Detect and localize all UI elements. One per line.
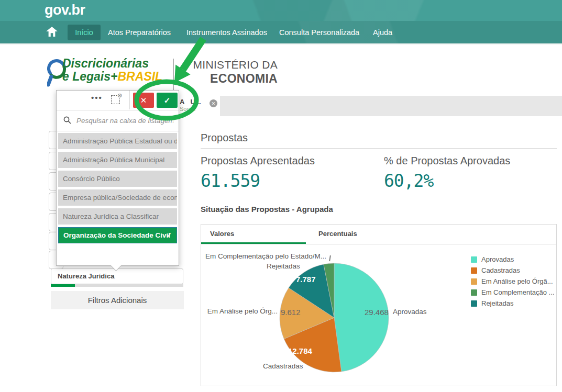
confirm-selection-button[interactable]: ✓ xyxy=(157,93,178,108)
toolbar-divider xyxy=(129,91,130,109)
chart-legend: Aprovadas Cadastradas Em Análise pelo Ór… xyxy=(471,254,554,309)
nav-item-consulta-personalizada[interactable]: Consulta Personalizada xyxy=(279,28,359,37)
pie-value-cadastradas: 12.784 xyxy=(288,346,312,355)
nav-item-ajuda[interactable]: Ajuda xyxy=(373,28,392,37)
pie-label-aprovadas: Aprovadas xyxy=(393,308,427,316)
program-logo: Discricionárias e Legais+BRASIL xyxy=(62,57,162,83)
legend-item: Cadastradas xyxy=(471,265,554,276)
clear-selection-icon[interactable]: ⊗ xyxy=(111,95,120,104)
ministry-line2: ECONOMIA xyxy=(183,72,278,85)
pie-value-aprovadas: 29.468 xyxy=(365,308,389,317)
logo-divider xyxy=(173,59,174,90)
program-logo-plus: + xyxy=(111,70,117,83)
pie-label-em-analise: Em Análise pelo Órg... xyxy=(204,307,278,315)
tab-valores[interactable]: Valores xyxy=(201,225,306,244)
list-item[interactable]: Administração Pública Municipal xyxy=(58,152,177,168)
legend-swatch-aprovadas xyxy=(471,256,477,263)
selected-check-icon: ✓ xyxy=(166,228,172,243)
selections-bar xyxy=(178,96,562,116)
list-item[interactable]: Consórcio Público xyxy=(58,171,177,187)
pie-slice-aprovadas[interactable] xyxy=(334,263,389,372)
app-window: gov.br Início Atos Preparatórios Instrum… xyxy=(0,0,562,392)
legend-swatch-rejeitadas xyxy=(471,300,477,307)
selection-progress xyxy=(51,284,183,287)
list-item[interactable]: Administração Pública Estadual ou do ... xyxy=(58,133,177,149)
pie-value-em-analise: 9.612 xyxy=(281,308,301,317)
filter-listbox-popup: ••• ⊗ ✕ ✓ Administração Pública Estadual… xyxy=(56,90,179,266)
additional-filters-button[interactable]: Filtros Adicionais xyxy=(51,291,184,309)
nav-item-instrumentos-assinados[interactable]: Instrumentos Assinados xyxy=(186,28,267,37)
nav-item-label: Início xyxy=(75,28,93,37)
popup-toolbar: ••• ⊗ ✕ ✓ xyxy=(57,91,179,110)
list-item-label: Organização da Sociedade Civil xyxy=(63,231,170,239)
legend-item: Rejeitadas xyxy=(471,298,554,309)
page-title: Propostas xyxy=(201,132,248,144)
list-item[interactable]: Empresa pública/Sociedade de econo... xyxy=(58,189,177,206)
selection-chip[interactable]: AU... Soci... ✕ xyxy=(178,96,220,116)
kpi-propostas-aprovadas-value: 60,2% xyxy=(384,171,433,191)
ministry-logo: MINISTÉRIO DA ECONOMIA xyxy=(183,58,278,85)
program-logo-brand: BRASIL xyxy=(117,70,162,83)
govbr-header: gov.br xyxy=(0,0,562,21)
list-item[interactable]: Natureza Jurídica a Classificar xyxy=(58,208,177,225)
chart-card: Valores Percentuais Em Complementação pe… xyxy=(201,224,557,386)
home-icon[interactable] xyxy=(46,27,58,37)
selection-chip-field: AU... xyxy=(180,98,201,106)
legend-swatch-em-complementacao xyxy=(471,289,477,296)
kpi-propostas-aprovadas-label: % de Propostas Aprovadas xyxy=(384,155,510,167)
section-title: Situação das Propostas - Agrupada xyxy=(201,205,333,214)
remove-selection-icon[interactable]: ✕ xyxy=(210,99,217,107)
cancel-selection-button[interactable]: ✕ xyxy=(133,93,154,108)
chart-tabs: Valores Percentuais xyxy=(201,225,556,244)
nav-item-inicio[interactable]: Início xyxy=(68,25,101,40)
filter-natureza-juridica[interactable]: Natureza Jurídica xyxy=(51,268,183,284)
legend-swatch-em-analise xyxy=(471,278,477,285)
pie-label-cadastradas: Cadastradas xyxy=(263,362,303,370)
pie-label-rejeitadas: Rejeitadas xyxy=(267,262,300,270)
legend-item: Aprovadas xyxy=(471,254,554,265)
kpi-propostas-apresentadas-label: Propostas Apresentadas xyxy=(201,155,315,167)
govbr-logo: gov.br xyxy=(45,2,85,18)
program-logo-line2: e Legais xyxy=(62,70,111,83)
title-divider xyxy=(201,148,557,149)
legend-item: Em Complementação ... xyxy=(471,287,554,298)
listbox-values: Administração Pública Estadual ou do ...… xyxy=(58,133,177,246)
tab-percentuais[interactable]: Percentuais xyxy=(306,225,411,244)
search-input[interactable] xyxy=(75,113,174,128)
selection-progress-fill xyxy=(51,284,75,287)
nav-item-atos-preparatorios[interactable]: Atos Preparatórios xyxy=(108,28,171,37)
ministry-line1: MINISTÉRIO DA xyxy=(183,58,278,72)
search-icon xyxy=(63,116,71,124)
legend-item: Em Análise pelo Órgã... xyxy=(471,276,554,287)
selection-chip-value: Soci... xyxy=(180,106,196,112)
program-logo-line1: Discricionárias xyxy=(62,57,149,70)
more-options-icon[interactable]: ••• xyxy=(91,93,103,102)
pie-leader-line xyxy=(329,255,330,261)
kpi-propostas-apresentadas-value: 61.559 xyxy=(201,171,260,191)
legend-swatch-cadastradas xyxy=(471,267,477,274)
pie-label-em-complementacao: Em Complementação pelo Estado/M... xyxy=(205,252,326,260)
pie-value-rejeitadas: 7.787 xyxy=(296,275,316,284)
listbox-search xyxy=(57,110,179,131)
list-item-selected[interactable]: Organização da Sociedade Civil ✓ xyxy=(58,227,177,243)
